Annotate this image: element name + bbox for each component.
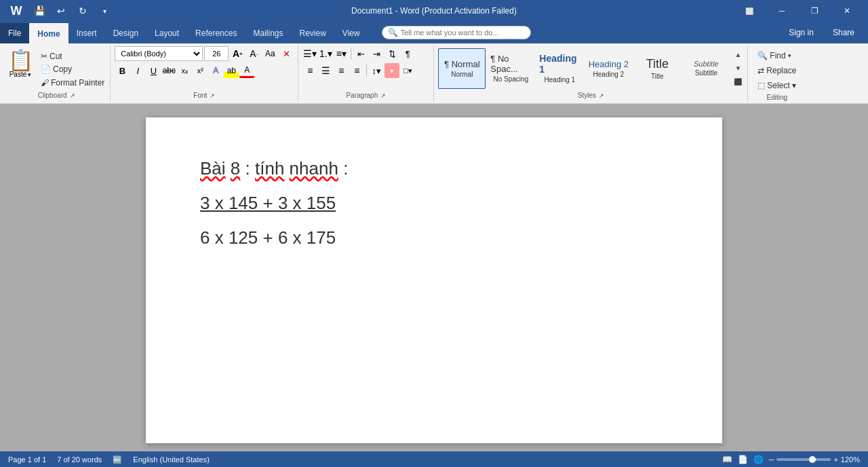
tab-mailings[interactable]: Mailings (245, 23, 291, 43)
replace-button[interactable]: ⇄ Replace (752, 64, 802, 77)
clear-format-btn[interactable]: ✕ (279, 46, 294, 61)
page-count[interactable]: Page 1 of 1 (8, 455, 46, 464)
styles-up-btn[interactable]: ▲ (732, 49, 743, 61)
search-icon: 🔍 (388, 28, 398, 37)
align-right-btn[interactable]: ≡ (334, 63, 349, 78)
font-group: Calibri (Body) A+ A- Aa ✕ B I U abc x₂ x… (111, 45, 298, 102)
tab-review[interactable]: Review (291, 23, 334, 43)
zoom-level[interactable]: 120% (841, 455, 860, 464)
change-case-btn[interactable]: Aa (262, 46, 277, 61)
document-line2[interactable]: 3 x 145 + 3 x 155 (200, 193, 668, 214)
print-layout-btn[interactable]: 📄 (738, 455, 748, 464)
status-right: 📖 📄 🌐 ─ + 120% (722, 455, 860, 464)
zoom-control[interactable]: ─ + 120% (769, 455, 860, 464)
highlight-btn[interactable]: ab (224, 63, 239, 78)
signin-btn[interactable]: Sign in (781, 25, 822, 40)
tab-home[interactable]: Home (29, 23, 68, 43)
font-family-select[interactable]: Calibri (Body) (115, 46, 203, 61)
paste-button[interactable]: 📋 Paste▾ (5, 49, 35, 79)
style-subtitle[interactable]: Subtitle Subtitle (682, 48, 730, 89)
copy-button[interactable]: 📄 Copy (38, 63, 107, 75)
cut-button[interactable]: ✂ Cut (38, 50, 107, 62)
justify-btn[interactable]: ≡ (349, 63, 364, 78)
close-btn[interactable]: ✕ (831, 0, 863, 22)
zoom-in-btn[interactable]: + (833, 455, 837, 464)
font-grow-btn[interactable]: A+ (230, 46, 245, 61)
document-scroll[interactable]: Bài 8 : tính nhanh : 3 x 145 + 3 x 155 6… (0, 104, 868, 451)
language-label[interactable]: English (United States) (133, 455, 210, 464)
zoom-slider[interactable] (776, 458, 831, 461)
italic-btn[interactable]: I (130, 63, 145, 78)
find-button[interactable]: 🔍 Find ▾ (752, 49, 802, 62)
redo-btn[interactable]: ↻ (73, 1, 92, 20)
web-layout-btn[interactable]: 🌐 (753, 455, 764, 464)
tab-design[interactable]: Design (105, 23, 146, 43)
select-button[interactable]: ⬚ Select ▾ (752, 79, 802, 92)
save-btn[interactable]: 💾 (30, 1, 49, 20)
borders-btn[interactable]: □▾ (400, 63, 415, 78)
format-painter-button[interactable]: 🖌 Format Painter (38, 77, 107, 89)
tell-me-input[interactable] (401, 29, 525, 37)
line-spacing-btn[interactable]: ↕▾ (369, 63, 384, 78)
styles-scroll: ▲ ▼ ⬛ (732, 48, 743, 89)
bold-btn[interactable]: B (115, 63, 130, 78)
document-line3[interactable]: 6 x 125 + 6 x 175 (200, 227, 668, 248)
sort-btn[interactable]: ⇅ (384, 46, 399, 61)
underline-btn[interactable]: U (146, 63, 161, 78)
zoom-out-btn[interactable]: ─ (769, 455, 774, 464)
bullets-btn[interactable]: ☰▾ (302, 46, 317, 61)
style-h2[interactable]: Heading 2 Heading 2 (585, 48, 632, 89)
decrease-indent-btn[interactable]: ⇤ (353, 46, 368, 61)
undo-btn[interactable]: ↩ (52, 1, 71, 20)
tab-insert[interactable]: Insert (68, 23, 105, 43)
shading-btn[interactable]: ▾ (384, 63, 399, 78)
paragraph-label: Paragraph ↗ (302, 90, 429, 100)
document-page: Bài 8 : tính nhanh : 3 x 145 + 3 x 155 6… (146, 117, 722, 443)
style-normal-label: Normal (451, 71, 473, 78)
subscript-btn[interactable]: x₂ (177, 63, 192, 78)
numbering-btn[interactable]: 1.▾ (318, 46, 333, 61)
style-normal[interactable]: ¶ Normal Normal (438, 48, 486, 89)
paste-icon: 📋 (8, 50, 33, 71)
zoom-thumb[interactable] (809, 456, 816, 463)
style-nospace[interactable]: ¶ No Spac... No Spacing (487, 48, 534, 89)
paragraph-expand-icon[interactable]: ↗ (380, 92, 386, 99)
show-marks-btn[interactable]: ¶ (400, 46, 415, 61)
word-count[interactable]: 7 of 20 words (57, 455, 102, 464)
ribbon-toggle-btn[interactable]: ⬜ (734, 0, 765, 22)
tab-view[interactable]: View (334, 23, 368, 43)
font-shrink-btn[interactable]: A- (246, 46, 261, 61)
clipboard-sub: ✂ Cut 📄 Copy 🖌 Format Painter (38, 49, 107, 90)
multilevel-btn[interactable]: ≡▾ (334, 46, 349, 61)
increase-indent-btn[interactable]: ⇥ (369, 46, 384, 61)
style-h1[interactable]: Heading 1 Heading 1 (536, 48, 583, 89)
superscript-btn[interactable]: x² (193, 63, 208, 78)
replace-icon: ⇄ (757, 66, 764, 75)
text-effects-btn[interactable]: A (208, 63, 223, 78)
read-mode-btn[interactable]: 📖 (722, 455, 732, 464)
title-bar: W 💾 ↩ ↻ ▾ Document1 - Word (Product Acti… (0, 0, 868, 22)
minimize-btn[interactable]: ─ (766, 0, 797, 22)
customize-btn[interactable]: ▾ (95, 1, 114, 20)
tab-layout[interactable]: Layout (146, 23, 187, 43)
font-expand-icon[interactable]: ↗ (210, 92, 215, 99)
align-left-btn[interactable]: ≡ (302, 63, 317, 78)
styles-down-btn[interactable]: ▼ (732, 62, 743, 75)
style-title-preview: Title (646, 57, 669, 71)
font-size-input[interactable] (204, 46, 229, 61)
font-color-btn[interactable]: A (239, 63, 254, 78)
styles-expand-icon[interactable]: ↗ (599, 92, 604, 99)
restore-btn[interactable]: ❐ (799, 0, 830, 22)
find-icon: 🔍 (757, 51, 768, 60)
tell-me-box[interactable]: 🔍 (382, 26, 531, 39)
style-title[interactable]: Title Title (633, 48, 681, 89)
clipboard-expand-icon[interactable]: ↗ (70, 92, 75, 99)
tab-references[interactable]: References (187, 23, 245, 43)
share-btn[interactable]: Share (825, 25, 863, 40)
word-logo[interactable]: W (5, 0, 27, 22)
align-center-btn[interactable]: ☰ (318, 63, 333, 78)
tab-file[interactable]: File (0, 23, 29, 43)
styles-expand-btn[interactable]: ⬛ (732, 76, 743, 88)
document-line1[interactable]: Bài 8 : tính nhanh : (200, 158, 668, 179)
strikethrough-btn[interactable]: abc (161, 63, 176, 78)
